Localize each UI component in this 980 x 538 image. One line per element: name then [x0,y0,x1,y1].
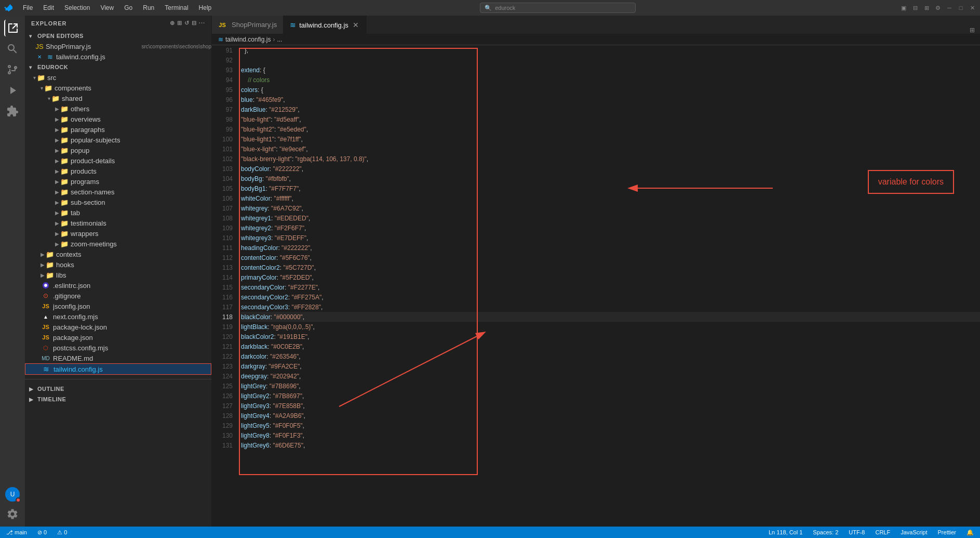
line-ending[interactable]: CRLF [873,529,892,535]
tree-tab[interactable]: ▶ 📁 tab [25,207,211,218]
layout-icon[interactable]: ⊞ [923,4,930,11]
tree-postcss[interactable]: ⬡ postcss.config.mjs [25,343,211,353]
tab-tailwind[interactable]: ≋ tailwind.config.js ✕ [284,16,367,34]
tailwind-close-icon[interactable]: ✕ [35,53,44,61]
paragraphs-folder-icon: 📁 [60,125,69,134]
code-line-112: contentColor: "#5F6C76", [241,253,980,263]
tree-shared[interactable]: ▾ 📁 shared [25,93,211,103]
tab-tailwind-close[interactable]: ✕ [352,21,360,29]
warning-count[interactable]: ⚠ 0 [55,529,69,536]
tree-next-config[interactable]: ▲ next.config.mjs [25,311,211,322]
popup-folder-icon: 📁 [60,146,69,154]
tree-jsconfig[interactable]: JS jsconfig.json [25,301,211,311]
minimize-icon[interactable]: ─ [946,4,953,11]
tree-readme[interactable]: MD README.md [25,353,211,363]
editor-layout-icon[interactable]: ⊞ [964,27,980,34]
activity-explorer[interactable] [4,20,21,36]
menu-run[interactable]: Run [139,3,158,12]
activity-source-control[interactable] [4,61,21,78]
formatter[interactable]: Prettier [936,529,958,535]
tree-hooks[interactable]: ▶ 📁 hooks [25,259,211,270]
open-editor-tailwind[interactable]: ✕ ≋ tailwind.config.js [25,51,211,62]
programs-chevron: ▶ [55,179,59,185]
notifications[interactable]: 🔔 [964,529,976,536]
cursor-position[interactable]: Ln 118, Col 1 [767,529,804,535]
line-number-125: 125 [212,381,233,391]
indentation[interactable]: Spaces: 2 [811,529,840,535]
line-number-100: 100 [212,134,233,144]
tree-wrappers[interactable]: ▶ 📁 wrappers [25,228,211,239]
new-file-icon[interactable]: ⊕ [170,20,175,27]
tree-testimonials[interactable]: ▶ 📁 testimonials [25,218,211,228]
tree-programs[interactable]: ▶ 📁 programs [25,176,211,187]
sidebar-toggle-icon[interactable]: ▣ [900,4,907,11]
menu-edit[interactable]: Edit [39,3,58,12]
close-icon[interactable]: ✕ [969,4,976,11]
activity-settings[interactable] [4,506,21,522]
tree-eslintrc[interactable]: .eslintrc.json [25,280,211,291]
avatar[interactable]: U [5,487,20,502]
language-mode[interactable]: JavaScript [898,529,929,535]
code-line-126: lightGrey2: "#7B8697", [241,391,980,401]
menu-selection[interactable]: Selection [60,3,94,12]
refresh-icon[interactable]: ↺ [184,20,190,27]
new-folder-icon[interactable]: ⊞ [177,20,182,27]
panel-toggle-icon[interactable]: ⊟ [911,4,919,11]
open-editors-section[interactable]: ▾ OPEN EDITORS [25,31,211,41]
project-section[interactable]: ▾ EDUROCK [25,62,211,72]
git-branch[interactable]: ⎇ main [4,529,29,536]
tree-section-names[interactable]: ▶ 📁 section-names [25,187,211,197]
activity-extensions[interactable] [4,103,21,120]
tree-popup[interactable]: ▶ 📁 popup [25,145,211,155]
tree-popular-subjects[interactable]: ▶ 📁 popular-subjects [25,135,211,145]
encoding[interactable]: UTF-8 [847,529,867,535]
settings-icon[interactable]: ⚙ [934,4,942,11]
paragraphs-label: paragraphs [71,126,211,134]
tab-shopprimary[interactable]: JS ShopPrimary.js [212,16,284,34]
timeline-section[interactable]: ▶ TIMELINE [25,394,211,404]
testimonials-label: testimonials [71,219,211,227]
tree-package[interactable]: JS package.json [25,332,211,343]
editor-area: JS ShopPrimary.js ≋ tailwind.config.js ✕… [212,16,980,527]
activity-run-debug[interactable] [4,82,21,99]
menu-terminal[interactable]: Terminal [160,3,192,12]
tree-others[interactable]: ▶ 📁 others [25,103,211,114]
search-bar[interactable]: 🔍 edurock [480,3,636,13]
search-text: edurock [495,5,515,11]
maximize-icon[interactable]: □ [957,4,964,11]
section-names-folder-icon: 📁 [60,188,69,196]
code-line-119: lightBlack: "rgba(0,0,0,.5)", [241,322,980,332]
tree-gitignore[interactable]: ⊙ .gitignore [25,291,211,301]
notification-badge [16,497,21,503]
tree-tailwind-config[interactable]: ≋ tailwind.config.js [25,363,211,375]
error-count[interactable]: ⊘ 0 [35,529,49,536]
tree-src[interactable]: ▾ 📁 src [25,72,211,83]
tree-package-lock[interactable]: JS package-lock.json [25,322,211,332]
tree-contexts[interactable]: ▶ 📁 contexts [25,249,211,259]
sidebar-header-actions: ⊕ ⊞ ↺ ⊟ ··· [170,20,205,27]
menu-help[interactable]: Help [195,3,216,12]
contexts-folder-icon: 📁 [46,250,54,258]
more-icon[interactable]: ··· [199,20,205,27]
tree-product-details[interactable]: ▶ 📁 product-details [25,155,211,166]
tree-overviews[interactable]: ▶ 📁 overviews [25,114,211,124]
title-bar-center: 🔍 edurock [216,3,900,13]
menu-file[interactable]: File [19,3,37,12]
code-line-91: }, [241,45,980,55]
tree-components[interactable]: ▾ 📁 components [25,83,211,93]
menu-go[interactable]: Go [120,3,137,12]
menu-view[interactable]: View [96,3,118,12]
tree-products[interactable]: ▶ 📁 products [25,166,211,176]
hooks-label: hooks [56,261,211,269]
tree-paragraphs[interactable]: ▶ 📁 paragraphs [25,124,211,135]
outline-section[interactable]: ▶ OUTLINE [25,384,211,394]
activity-search[interactable] [4,41,21,57]
products-folder-icon: 📁 [60,167,69,175]
collapse-icon[interactable]: ⊟ [192,20,197,27]
open-editor-shopprimary[interactable]: JS ShopPrimary.js src\components\section… [25,41,211,51]
tree-sub-section[interactable]: ▶ 📁 sub-section [25,197,211,207]
testimonials-chevron: ▶ [55,220,59,226]
code-content[interactable]: }, extend: { // colors colors: { blue: "… [237,45,980,527]
tree-libs[interactable]: ▶ 📁 libs [25,270,211,280]
tree-zoom-meetings[interactable]: ▶ 📁 zoom-meetings [25,239,211,249]
